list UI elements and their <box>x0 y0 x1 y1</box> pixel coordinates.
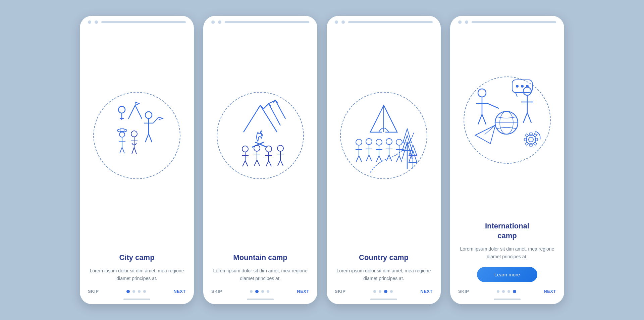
next-button-2[interactable]: NEXT <box>297 289 309 294</box>
status-dot-6 <box>341 20 345 24</box>
city-camp-nav: SKIP NEXT <box>80 282 194 299</box>
city-camp-title: City camp <box>89 253 184 263</box>
status-dot-4 <box>218 20 221 24</box>
nav-dot-4-1[interactable] <box>502 290 505 293</box>
svg-line-16 <box>122 147 124 153</box>
skip-button-2[interactable]: SKIP <box>211 289 222 294</box>
bottom-handle-1 <box>123 299 150 300</box>
nav-dots-1 <box>126 290 146 293</box>
nav-dots-3 <box>373 290 393 293</box>
svg-point-90 <box>521 85 524 88</box>
svg-line-27 <box>243 161 245 166</box>
illustration-circle <box>93 92 180 179</box>
skip-button-1[interactable]: SKIP <box>88 289 99 294</box>
svg-line-28 <box>245 161 248 166</box>
nav-dot-4-2[interactable] <box>507 290 510 293</box>
nav-dot-4-3[interactable] <box>513 290 516 293</box>
country-camp-illustration <box>327 24 441 248</box>
svg-line-43 <box>280 160 283 166</box>
phone-screen-city: City camp Lorem ipsum dolor sit dim amet… <box>80 16 194 304</box>
country-camp-title: Country camp <box>336 253 431 263</box>
svg-line-7 <box>145 134 149 142</box>
svg-line-82 <box>488 104 499 108</box>
nav-dot-3-2[interactable] <box>384 290 387 293</box>
nav-dot-2-2[interactable] <box>261 290 264 293</box>
svg-point-39 <box>277 145 283 151</box>
svg-point-62 <box>376 139 382 145</box>
city-camp-illustration <box>80 24 194 248</box>
nav-dots-4 <box>497 290 516 293</box>
screens-container: City camp Lorem ipsum dolor sit dim amet… <box>80 16 564 304</box>
nav-dot-1-0[interactable] <box>126 290 130 293</box>
svg-point-52 <box>356 139 362 145</box>
international-camp-icon <box>465 78 549 162</box>
next-button-1[interactable]: NEXT <box>173 289 186 294</box>
mountain-camp-title: Mountain camp <box>213 253 308 263</box>
nav-dots-2 <box>250 290 269 293</box>
svg-rect-107 <box>534 142 537 145</box>
mountain-camp-icon <box>220 95 301 176</box>
svg-rect-106 <box>525 142 529 145</box>
skip-button-3[interactable]: SKIP <box>335 289 345 294</box>
svg-line-33 <box>257 160 260 166</box>
svg-point-91 <box>526 85 529 88</box>
status-line <box>101 21 186 23</box>
nav-dot-1-2[interactable] <box>138 290 141 293</box>
status-dot-7 <box>458 20 462 24</box>
status-dot-3 <box>211 20 215 24</box>
nav-dot-4-0[interactable] <box>497 290 499 293</box>
svg-line-15 <box>120 147 122 153</box>
nav-dot-1-3[interactable] <box>143 290 146 293</box>
svg-line-76 <box>399 156 402 162</box>
next-button-3[interactable]: NEXT <box>420 289 433 294</box>
city-camp-content: City camp Lorem ipsum dolor sit dim amet… <box>80 248 194 282</box>
svg-point-57 <box>366 139 372 145</box>
phone-screen-mountain: Mountain camp Lorem ipsum dolor sit dim … <box>203 16 317 304</box>
status-dot-1 <box>88 20 91 24</box>
next-button-4[interactable]: NEXT <box>544 289 556 294</box>
nav-dot-1-1[interactable] <box>132 290 135 293</box>
svg-point-17 <box>131 131 137 137</box>
learn-more-button[interactable]: Learn more <box>477 267 537 282</box>
svg-point-67 <box>386 139 392 145</box>
status-bar-3 <box>327 16 441 24</box>
international-camp-nav: SKIP NEXT <box>450 282 564 299</box>
nav-dot-2-0[interactable] <box>250 290 253 293</box>
svg-point-24 <box>242 146 248 152</box>
skip-button-4[interactable]: SKIP <box>458 289 469 294</box>
svg-line-32 <box>254 160 257 166</box>
status-dot-2 <box>95 20 98 24</box>
nav-dot-3-3[interactable] <box>390 290 393 293</box>
svg-point-4 <box>145 112 152 118</box>
nav-dot-3-1[interactable] <box>379 290 381 293</box>
nav-dot-3-0[interactable] <box>373 290 376 293</box>
svg-line-37 <box>266 161 269 166</box>
international-camp-content: International camp Lorem ipsum dolor sit… <box>450 216 564 282</box>
international-camp-description: Lorem ipsum dolor sit dim amet, mea regi… <box>460 245 555 260</box>
svg-line-55 <box>356 156 359 162</box>
nav-dot-2-1[interactable] <box>255 290 259 293</box>
svg-line-92 <box>516 93 517 97</box>
country-camp-nav: SKIP NEXT <box>327 282 441 299</box>
bottom-handle-2 <box>247 299 274 300</box>
bottom-handle-4 <box>494 299 521 300</box>
status-line-3 <box>348 21 433 23</box>
phone-screen-international: International camp Lorem ipsum dolor sit… <box>450 16 564 304</box>
svg-point-29 <box>254 145 260 151</box>
svg-point-0 <box>118 106 125 113</box>
svg-line-75 <box>396 156 399 162</box>
illustration-circle-4 <box>464 76 551 164</box>
svg-rect-104 <box>525 134 529 137</box>
international-camp-title: International camp <box>460 221 555 241</box>
status-bar-2 <box>203 16 317 24</box>
status-dot-5 <box>335 20 338 24</box>
status-bar-4 <box>450 16 564 24</box>
phone-screen-country: Country camp Lorem ipsum dolor sit dim a… <box>327 16 441 304</box>
city-camp-icon <box>98 97 175 174</box>
nav-dot-2-3[interactable] <box>267 290 269 293</box>
mountain-camp-nav: SKIP NEXT <box>203 282 317 299</box>
mountain-camp-illustration <box>203 24 317 248</box>
svg-line-70 <box>386 155 389 161</box>
svg-point-72 <box>396 139 402 145</box>
status-bar <box>80 16 194 24</box>
